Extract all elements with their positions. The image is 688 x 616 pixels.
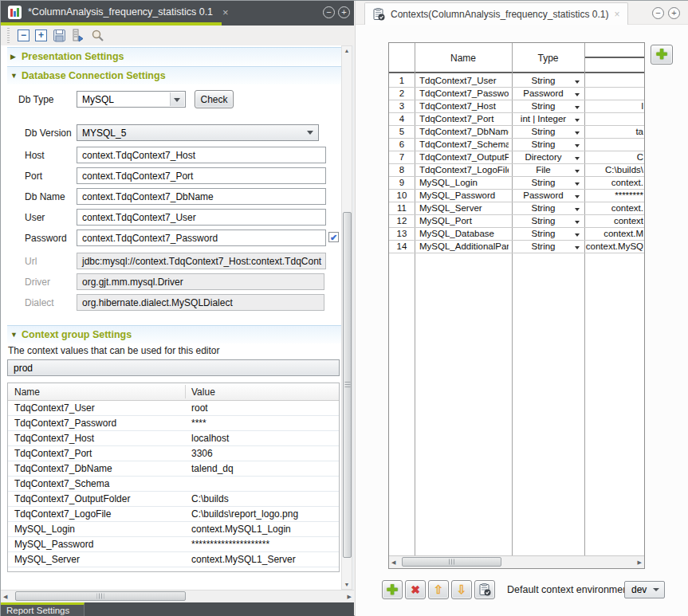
context-value-row[interactable]: TdqContext7_Port3306: [8, 446, 339, 461]
variable-name-cell[interactable]: TdqContext7_Port: [419, 114, 509, 124]
context-variable-row[interactable]: 7TdqContext7_OutputFolderDirectoryC: [389, 151, 644, 164]
context-value-row[interactable]: MySQL_Password*********************: [8, 537, 339, 552]
db-type-combo[interactable]: MySQL: [77, 91, 186, 108]
context-value-row[interactable]: TdqContext7_Hostlocalhost: [8, 431, 339, 446]
form-vertical-scrollbar[interactable]: ▲ ▼: [341, 45, 352, 590]
context-value-cell[interactable]: 3306: [191, 448, 213, 459]
form-horizontal-scrollbar[interactable]: ◀ ▶: [1, 590, 354, 602]
minimize-icon[interactable]: −: [652, 7, 664, 19]
context-variable-row[interactable]: 3TdqContext7_HostStringl: [389, 100, 644, 113]
context-value-row[interactable]: TdqContext7_DbNametalend_dq: [8, 461, 339, 477]
context-variable-row[interactable]: 2TdqContext7_PasswordPassword: [389, 88, 644, 100]
db-name-field[interactable]: context.TdqContext7_DbName: [77, 188, 326, 205]
variable-type-cell[interactable]: String: [512, 216, 584, 226]
save-icon[interactable]: [53, 29, 66, 42]
variable-type-cell[interactable]: String: [512, 127, 584, 136]
check-button[interactable]: Check: [195, 90, 234, 108]
scroll-left-icon[interactable]: ◀: [391, 559, 395, 566]
variable-type-cell[interactable]: File: [512, 165, 584, 175]
variable-type-cell[interactable]: String: [512, 229, 584, 238]
scrollbar-thumb[interactable]: [402, 557, 501, 567]
variable-type-cell[interactable]: String: [512, 203, 584, 213]
password-field[interactable]: context.TdqContext7_Password: [77, 230, 326, 246]
column-divider[interactable]: [185, 385, 186, 398]
context-variable-row[interactable]: 5TdqContext7_DbNameStringta: [389, 126, 644, 139]
context-variable-row[interactable]: 12MySQL_PortStringcontext: [389, 215, 644, 228]
combo-arrow-box[interactable]: [170, 92, 184, 106]
section-context-group-settings[interactable]: ▼ Context group Settings: [7, 325, 341, 343]
context-value-row[interactable]: TdqContext7_Userroot: [8, 401, 339, 416]
variable-type-cell[interactable]: Password: [512, 190, 584, 200]
port-field[interactable]: context.TdqContext7_Port: [77, 167, 326, 184]
context-value-row[interactable]: MySQL_Servercontext.MySQL1_Server: [8, 552, 339, 567]
variable-value-cell[interactable]: context.MySQ: [585, 241, 643, 251]
context-name-cell[interactable]: MySQL_Server: [14, 554, 80, 565]
context-variable-row[interactable]: 14MySQL_AdditionalParamsStringcontext.My…: [389, 241, 644, 253]
context-name-cell[interactable]: TdqContext7_LogoFile: [14, 508, 111, 520]
expanded-arrow-icon[interactable]: ▼: [10, 72, 22, 80]
move-up-button[interactable]: ⇧: [428, 580, 449, 599]
variable-value-cell[interactable]: C:\builds\: [585, 165, 643, 175]
maximize-icon[interactable]: +: [338, 6, 350, 18]
context-value-cell[interactable]: C:\builds\report_logo.png: [191, 508, 298, 520]
context-variable-row[interactable]: 10MySQL_PasswordPassword********: [389, 190, 644, 202]
tab-close-icon[interactable]: ×: [222, 6, 229, 18]
context-name-cell[interactable]: TdqContext7_Password: [14, 418, 116, 429]
variable-name-cell[interactable]: TdqContext7_DbName: [419, 127, 509, 136]
scrollbar-thumb[interactable]: [15, 591, 186, 601]
value-column-header[interactable]: Value: [191, 386, 215, 398]
host-field[interactable]: context.TdqContext7_Host: [77, 147, 326, 163]
variable-type-cell[interactable]: String: [512, 241, 584, 251]
context-value-row[interactable]: MySQL_Logincontext.MySQL1_Login: [8, 522, 339, 537]
variable-value-cell[interactable]: ********: [585, 190, 643, 200]
variable-type-cell[interactable]: Directory: [512, 152, 584, 162]
variable-value-cell[interactable]: context.M: [585, 229, 643, 238]
context-name-cell[interactable]: MySQL_Login: [14, 524, 75, 535]
collapsed-arrow-icon[interactable]: ▶: [10, 53, 22, 61]
variable-value-cell[interactable]: context.: [585, 178, 643, 187]
variable-value-cell[interactable]: context: [585, 216, 643, 226]
scroll-right-icon[interactable]: ▶: [348, 594, 352, 600]
context-name-cell[interactable]: TdqContext7_DbName: [14, 463, 112, 474]
variable-name-cell[interactable]: MySQL_Password: [419, 190, 509, 200]
context-value-cell[interactable]: context.MySQL1_Server: [191, 554, 296, 565]
variable-name-cell[interactable]: MySQL_Login: [419, 178, 509, 187]
expand-all-icon[interactable]: +: [35, 29, 47, 41]
variable-value-cell[interactable]: context.: [585, 203, 643, 213]
minimize-icon[interactable]: −: [323, 6, 335, 18]
variable-value-cell[interactable]: l: [585, 101, 643, 111]
context-value-cell[interactable]: talend_dq: [191, 463, 234, 474]
context-name-cell[interactable]: TdqContext7_User: [14, 402, 95, 414]
variable-name-cell[interactable]: TdqContext7_LogoFile: [419, 165, 509, 175]
context-value-cell[interactable]: root: [191, 402, 208, 414]
contexts-tab[interactable]: Contexts(ColumnAnalysis_frequency_statis…: [364, 2, 628, 25]
context-value-cell[interactable]: context.MySQL1_Login: [191, 524, 291, 535]
maximize-icon[interactable]: +: [668, 7, 680, 19]
section-database-connection-settings[interactable]: ▼ Database Connection Settings: [7, 66, 341, 84]
type-column-header[interactable]: Type: [512, 43, 584, 73]
scroll-up-icon[interactable]: ▲: [342, 48, 352, 53]
variable-name-cell[interactable]: MySQL_Server: [419, 203, 509, 213]
variable-name-cell[interactable]: TdqContext7_Schema: [419, 139, 509, 149]
collapse-all-icon[interactable]: −: [18, 29, 29, 41]
db-version-combo[interactable]: MYSQL_5: [77, 124, 319, 141]
variable-type-cell[interactable]: String: [512, 101, 584, 111]
variable-value-cell[interactable]: C: [585, 152, 643, 162]
context-value-cell[interactable]: localhost: [191, 433, 229, 444]
search-icon[interactable]: [91, 29, 104, 42]
variable-type-cell[interactable]: String: [512, 76, 584, 85]
variable-name-cell[interactable]: MySQL_AdditionalParams: [419, 241, 509, 251]
variable-name-cell[interactable]: TdqContext7_User: [419, 76, 509, 85]
name-column-header[interactable]: Name: [415, 43, 512, 73]
variable-name-cell[interactable]: TdqContext7_Host: [419, 101, 509, 111]
context-name-cell[interactable]: TdqContext7_Schema: [14, 478, 109, 489]
variable-name-cell[interactable]: MySQL_Database: [419, 229, 509, 238]
variable-name-cell[interactable]: TdqContext7_OutputFolder: [419, 152, 509, 162]
context-value-row[interactable]: TdqContext7_Schema: [8, 477, 339, 492]
context-variable-row[interactable]: 13MySQL_DatabaseStringcontext.M: [389, 228, 644, 241]
environment-combo[interactable]: dev: [624, 581, 665, 598]
expanded-arrow-icon[interactable]: ▼: [10, 331, 22, 339]
user-field[interactable]: context.TdqContext7_User: [77, 209, 326, 226]
scroll-right-icon[interactable]: ▶: [638, 559, 642, 566]
move-down-button[interactable]: ⇩: [451, 580, 472, 599]
